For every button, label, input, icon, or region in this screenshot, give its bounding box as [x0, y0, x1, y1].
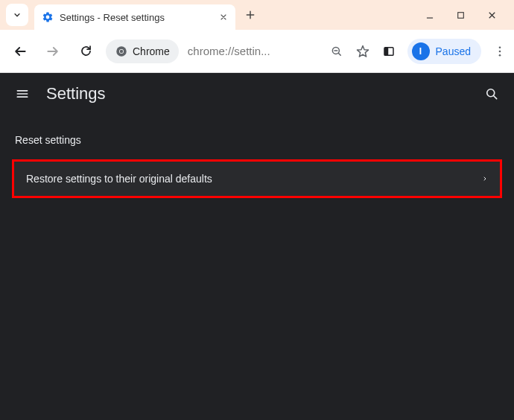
forward-button[interactable]: [40, 39, 66, 64]
settings-gear-icon: [42, 11, 54, 23]
arrow-left-icon: [13, 44, 28, 59]
url-text: chrome://settin...: [188, 45, 270, 57]
panel-icon: [382, 45, 396, 58]
chevron-down-icon: [12, 10, 22, 20]
svg-rect-6: [384, 47, 388, 55]
tab-title: Settings - Reset settings: [60, 12, 213, 23]
plus-icon: [244, 9, 256, 21]
close-icon: [486, 10, 498, 21]
avatar: I: [412, 42, 430, 60]
menu-button[interactable]: [15, 86, 30, 101]
hamburger-icon: [15, 86, 30, 101]
side-panel-button[interactable]: [382, 45, 396, 58]
maximize-button[interactable]: [456, 10, 466, 20]
minimize-icon: [425, 10, 435, 20]
content-area: Reset settings Restore settings to their…: [0, 115, 514, 217]
back-button[interactable]: [7, 39, 33, 64]
page-title: Settings: [46, 84, 106, 104]
maximize-icon: [456, 10, 466, 20]
svg-point-3: [120, 49, 124, 53]
svg-point-7: [499, 46, 501, 48]
chrome-logo-icon: [115, 45, 128, 58]
close-window-button[interactable]: [486, 10, 498, 21]
restore-defaults-row[interactable]: Restore settings to their original defau…: [12, 159, 502, 198]
browser-menu-button[interactable]: [493, 45, 507, 58]
svg-rect-0: [458, 12, 464, 18]
chevron-right-icon: [482, 175, 488, 182]
zoom-out-icon: [330, 45, 343, 58]
star-icon: [355, 44, 370, 59]
svg-point-9: [499, 54, 501, 56]
new-tab-button[interactable]: [244, 9, 256, 21]
profile-status: Paused: [436, 45, 471, 57]
settings-page: Settings Reset settings Restore settings…: [0, 73, 514, 420]
origin-text: Chrome: [133, 45, 170, 57]
bookmark-button[interactable]: [355, 44, 370, 59]
tab-close-button[interactable]: [219, 13, 228, 22]
browser-tab[interactable]: Settings - Reset settings: [34, 4, 235, 30]
profile-chip[interactable]: I Paused: [407, 39, 481, 64]
zoom-button[interactable]: [330, 45, 343, 58]
close-icon: [219, 13, 228, 22]
kebab-icon: [493, 45, 507, 58]
origin-chip[interactable]: Chrome: [106, 39, 179, 63]
search-icon: [484, 86, 499, 101]
browser-toolbar: Chrome chrome://settin... I Paused: [0, 30, 514, 73]
search-button[interactable]: [484, 86, 499, 101]
reload-button[interactable]: [73, 39, 98, 64]
arrow-right-icon: [45, 44, 60, 59]
minimize-button[interactable]: [425, 10, 435, 20]
omnibox[interactable]: Chrome chrome://settin...: [106, 39, 270, 63]
window-controls: [425, 10, 514, 21]
section-title: Reset settings: [15, 134, 502, 146]
page-header: Settings: [0, 73, 514, 115]
tab-search-dropdown[interactable]: [6, 4, 28, 26]
reload-icon: [79, 44, 93, 58]
svg-point-8: [499, 50, 501, 52]
restore-defaults-label: Restore settings to their original defau…: [26, 173, 212, 185]
tab-strip: Settings - Reset settings: [0, 0, 514, 30]
